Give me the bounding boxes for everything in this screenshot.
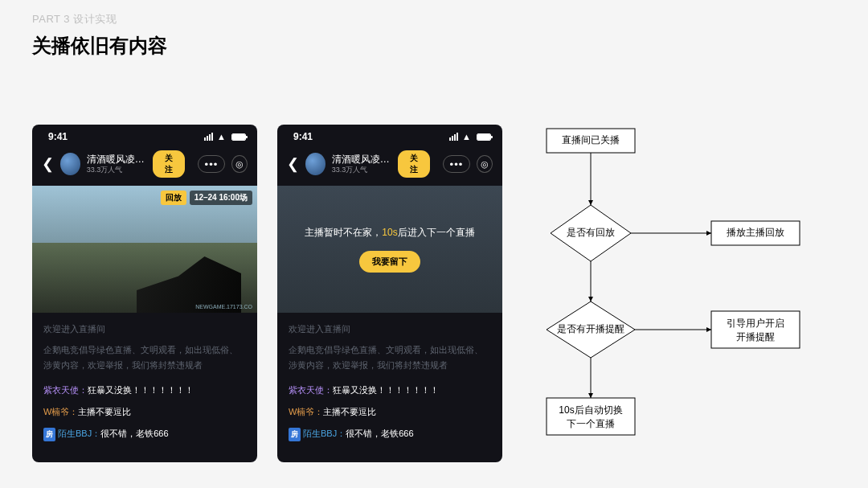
app-header: ❮ 清酒暖风凌… 33.3万人气 关注 ••• ◎ [32, 146, 257, 186]
chat-msg: 很不错，老铁666 [346, 429, 413, 438]
stay-button[interactable]: 我要留下 [359, 251, 420, 273]
follow-button[interactable]: 关注 [153, 150, 185, 178]
flow-decision-replay: 是否有回放 [567, 227, 615, 238]
chat-area: 欢迎进入直播间 企鹅电竞倡导绿色直播、文明观看，如出现低俗、涉黄内容，欢迎举报，… [32, 313, 257, 462]
status-bar: 9:41 ▲ [277, 125, 502, 146]
target-icon[interactable]: ◎ [477, 155, 493, 173]
target-icon[interactable]: ◎ [231, 155, 248, 173]
watermark-label: NEWGAME.17173.CO [195, 304, 252, 310]
level-badge: 房 [289, 428, 301, 441]
countdown-value: 10s [382, 227, 397, 238]
status-indicators: ▲ [204, 132, 246, 141]
chat-msg: 主播不要逗比 [323, 407, 376, 416]
chat-user: 陌生BBJ： [58, 429, 100, 438]
chat-line: 紫衣天使：狂暴又没换！！！！！！！ [289, 382, 491, 399]
flow-decision-notify: 是否有开播提醒 [557, 323, 624, 334]
avatar[interactable] [305, 153, 326, 175]
signal-icon [449, 133, 458, 141]
status-indicators: ▲ [449, 132, 491, 141]
chat-welcome: 欢迎进入直播间 [43, 321, 246, 338]
chat-line: 紫衣天使：狂暴又没换！！！！！！！ [43, 382, 246, 399]
streamer-name: 清酒暖风凌… [332, 154, 390, 165]
replay-badge: 回放 [161, 191, 186, 205]
flow-node-replay: 播放主播回放 [727, 227, 784, 238]
video-area-offline: 主播暂时不在家，10s后进入下一个直播 我要留下 [277, 186, 502, 313]
chat-rules: 企鹅电竞倡导绿色直播、文明观看，如出现低俗、涉黄内容，欢迎举报，我们将封禁违规者 [43, 342, 246, 372]
signal-icon [204, 133, 213, 141]
chat-line: 房陌生BBJ：很不错，老铁666 [43, 425, 246, 442]
level-badge: 房 [43, 428, 55, 441]
chat-user: W楠爷： [289, 407, 323, 416]
more-icon[interactable]: ••• [198, 155, 226, 173]
flow-node-guide-b: 开播提醒 [736, 331, 775, 342]
back-icon[interactable]: ❮ [287, 155, 299, 173]
phone-mock-replay: 9:41 ▲ ❮ 清酒暖风凌… 33.3万人气 关注 ••• ◎ [32, 125, 257, 462]
page-title: 关播依旧有内容 [32, 33, 836, 59]
offline-message: 主播暂时不在家，10s后进入下一个直播 [305, 226, 474, 240]
page-kicker: PART 3 设计实现 [32, 12, 836, 27]
time-slot-badge: 12–24 16:00场 [190, 191, 252, 205]
chat-user: 陌生BBJ： [303, 429, 346, 438]
streamer-popularity: 33.3万人气 [87, 166, 145, 174]
flow-node-start: 直播间已关播 [562, 134, 620, 146]
battery-icon [477, 133, 491, 141]
chat-user: W楠爷： [43, 407, 78, 416]
status-time: 9:41 [293, 131, 313, 142]
chat-user: 紫衣天使： [43, 385, 88, 395]
app-header: ❮ 清酒暖风凌… 33.3万人气 关注 ••• ◎ [277, 146, 502, 186]
chat-area: 欢迎进入直播间 企鹅电竞倡导绿色直播、文明观看，如出现低俗、涉黄内容，欢迎举报，… [277, 313, 502, 462]
streamer-popularity: 33.3万人气 [332, 166, 390, 174]
wifi-icon: ▲ [217, 132, 226, 141]
status-bar: 9:41 ▲ [32, 125, 257, 146]
flow-node-guide-a: 引导用户开启 [727, 318, 784, 329]
phone-mock-offline: 9:41 ▲ ❮ 清酒暖风凌… 33.3万人气 关注 ••• ◎ 主播暂 [277, 125, 502, 462]
follow-button[interactable]: 关注 [398, 150, 430, 178]
more-icon[interactable]: ••• [443, 155, 471, 173]
status-time: 9:41 [48, 131, 68, 142]
chat-line: W楠爷：主播不要逗比 [43, 404, 246, 420]
back-icon[interactable]: ❮ [42, 155, 54, 173]
flow-node-switch-a: 10s后自动切换 [559, 404, 622, 416]
flow-node-switch-b: 下一个直播 [567, 418, 615, 429]
chat-line: 房陌生BBJ：很不错，老铁666 [289, 425, 491, 442]
streamer-name: 清酒暖风凌… [87, 154, 145, 165]
chat-welcome: 欢迎进入直播间 [289, 321, 491, 338]
chat-msg: 主播不要逗比 [78, 407, 131, 416]
avatar[interactable] [60, 153, 80, 175]
chat-line: W楠爷：主播不要逗比 [289, 404, 491, 420]
chat-msg: 很不错，老铁666 [100, 429, 168, 438]
chat-msg: 狂暴又没换！！！！！！！ [88, 385, 194, 395]
chat-user: 紫衣天使： [289, 385, 333, 395]
wifi-icon: ▲ [462, 132, 471, 141]
battery-icon [231, 133, 246, 141]
video-area-replay[interactable]: 回放 12–24 16:00场 NEWGAME.17173.CO [32, 186, 257, 313]
chat-msg: 狂暴又没换！！！！！！！ [333, 385, 439, 395]
chat-rules: 企鹅电竞倡导绿色直播、文明观看，如出现低俗、涉黄内容，欢迎举报，我们将封禁违规者 [289, 342, 491, 372]
flowchart: 直播间已关播 是否有回放 播放主播回放 是否有开播提醒 引导用户开启 开播提醒 … [522, 125, 844, 470]
